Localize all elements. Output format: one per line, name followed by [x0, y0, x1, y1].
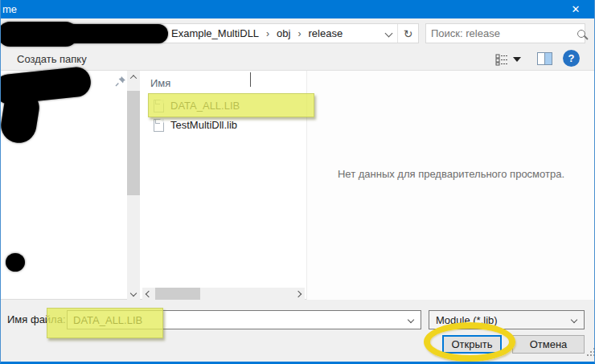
- preview-pane: Нет данных для предварительного просмотр…: [306, 71, 595, 300]
- file-list: Имя DATA_ALL.LIB TestMultiDll.lib: [142, 71, 305, 300]
- chevron-down-icon: [408, 317, 414, 323]
- file-list-hscrollbar-thumb[interactable]: [155, 288, 200, 300]
- chevron-down-icon: [571, 317, 577, 323]
- column-header-name[interactable]: Имя: [150, 77, 170, 89]
- address-bar[interactable]: Example_MultiDLL › obj › release ↻: [7, 23, 419, 43]
- preview-empty-text: Нет данных для предварительного просмотр…: [338, 168, 564, 180]
- breadcrumb-separator-icon: ›: [298, 28, 301, 39]
- open-file-dialog: me ✕ Example_MultiDLL › obj › release ↻ …: [0, 0, 595, 364]
- filename-input[interactable]: [68, 314, 401, 326]
- file-icon: [154, 119, 164, 132]
- sidebar-scrollbar[interactable]: [127, 71, 140, 300]
- scroll-left-icon[interactable]: [142, 288, 155, 301]
- filetype-dropdown-button[interactable]: [564, 311, 584, 329]
- sort-ascending-icon[interactable]: [250, 72, 251, 87]
- file-name: TestMultiDll.lib: [170, 119, 237, 131]
- filetype-select[interactable]: Module (*.lib): [429, 310, 585, 329]
- filename-combobox: [67, 310, 421, 329]
- file-row-testmultidll[interactable]: TestMultiDll.lib: [142, 116, 305, 134]
- file-row-data-all[interactable]: DATA_ALL.LIB: [142, 96, 305, 115]
- breadcrumb-item-release[interactable]: release: [308, 27, 343, 39]
- window-title: me: [2, 3, 17, 15]
- breadcrumb-item-folder[interactable]: Example_MultiDLL: [171, 27, 259, 39]
- search-icon[interactable]: [577, 30, 585, 38]
- scroll-down-icon[interactable]: [127, 287, 140, 300]
- search-input[interactable]: [426, 27, 577, 39]
- breadcrumb: Example_MultiDLL › obj › release: [8, 27, 380, 39]
- address-dropdown-button[interactable]: [380, 24, 397, 43]
- breadcrumb-item-obj[interactable]: obj: [277, 27, 290, 39]
- scroll-up-icon[interactable]: [127, 71, 140, 84]
- filetype-value: Module (*.lib): [429, 314, 564, 326]
- help-icon[interactable]: ?: [563, 50, 580, 67]
- file-name: DATA_ALL.LIB: [170, 100, 240, 112]
- dialog-content: Имя DATA_ALL.LIB TestMultiDll.lib Нет да…: [1, 70, 595, 300]
- scroll-right-icon[interactable]: [292, 288, 305, 301]
- cancel-button[interactable]: Отмена: [512, 335, 585, 354]
- filename-label: Имя файла:: [7, 313, 66, 325]
- sidebar-scrollbar-thumb[interactable]: [127, 91, 140, 195]
- file-list-hscrollbar[interactable]: [142, 288, 305, 300]
- pin-icon[interactable]: [115, 76, 126, 87]
- new-folder-button[interactable]: Создать папку: [17, 53, 87, 65]
- chevron-down-icon: [513, 57, 521, 62]
- close-icon[interactable]: ✕: [557, 0, 594, 18]
- dialog-footer: Имя файла: Module (*.lib) Открыть Отмена: [1, 301, 595, 362]
- view-mode-button[interactable]: [495, 51, 527, 67]
- filename-dropdown-button[interactable]: [401, 311, 421, 329]
- file-icon: [154, 100, 164, 112]
- titlebar: me ✕: [1, 0, 594, 18]
- view-mode-icon: [495, 54, 509, 66]
- open-button[interactable]: Открыть: [442, 335, 502, 354]
- refresh-icon[interactable]: ↻: [397, 24, 418, 43]
- chevron-down-icon: [384, 30, 392, 38]
- resize-grip-icon[interactable]: [590, 351, 592, 353]
- preview-pane-icon[interactable]: [537, 52, 552, 65]
- breadcrumb-separator-icon: ›: [266, 28, 269, 39]
- search-box: [425, 23, 585, 43]
